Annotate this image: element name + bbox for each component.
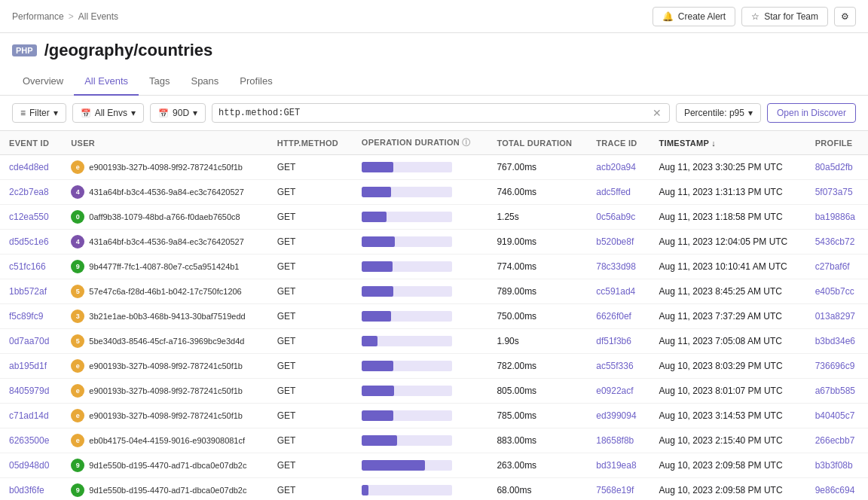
tab-tags[interactable]: Tags <box>139 68 180 96</box>
tab-bar: Overview All Events Tags Spans Profiles <box>0 68 868 96</box>
profile-link[interactable]: 5436cb72 <box>815 236 855 247</box>
bell-icon: 🔔 <box>662 11 674 22</box>
profile-link[interactable]: ba19886a <box>815 212 855 222</box>
trace-id-link[interactable]: e0922acf <box>596 386 633 396</box>
profile-link[interactable]: 736696c9 <box>815 361 855 371</box>
event-id-link[interactable]: 8405979d <box>9 386 49 396</box>
profile-link[interactable]: a67bb585 <box>815 386 855 396</box>
col-trace-id: TRACE ID <box>587 131 649 155</box>
cell-event-id: 8405979d <box>0 379 62 404</box>
profile-link[interactable]: 5f073a75 <box>815 187 853 197</box>
duration-bar-fill <box>362 286 393 297</box>
avatar: 9 <box>71 459 84 472</box>
page-title: /geography/countries <box>44 41 213 60</box>
event-id-link[interactable]: 2c2b7ea8 <box>9 187 49 197</box>
http-method-value: GET <box>277 212 296 222</box>
cell-event-id: 1bb572af <box>0 279 62 304</box>
filter-button[interactable]: ≡ Filter ▾ <box>12 103 66 123</box>
profile-link[interactable]: b3b3f08b <box>815 460 853 471</box>
tab-profiles[interactable]: Profiles <box>229 68 283 96</box>
trace-id-link[interactable]: acb20a94 <box>596 162 636 172</box>
tab-spans[interactable]: Spans <box>180 68 229 96</box>
cell-operation-duration <box>353 428 488 453</box>
trace-id-link[interactable]: 0c56ab9c <box>596 212 635 222</box>
event-id-link[interactable]: 6263500e <box>9 435 49 446</box>
http-method-value: GET <box>277 261 296 272</box>
avatar: 0 <box>71 210 84 224</box>
envs-button[interactable]: 📅 All Envs ▾ <box>72 103 144 123</box>
trace-id-link[interactable]: adc5ffed <box>596 187 631 197</box>
breadcrumb-performance[interactable]: Performance <box>12 11 64 22</box>
event-id-link[interactable]: 0d7aa70d <box>9 336 49 346</box>
event-id-link[interactable]: 1bb572af <box>9 286 47 297</box>
profile-link[interactable]: b40405c7 <box>815 410 855 421</box>
tab-overview[interactable]: Overview <box>12 68 74 96</box>
cell-trace-id: acb20a94 <box>587 155 649 180</box>
cell-timestamp: Aug 11, 2023 10:10:41 AM UTC <box>650 255 806 279</box>
tab-all-events[interactable]: All Events <box>74 68 139 96</box>
duration-bar-fill <box>362 162 393 172</box>
event-id-link[interactable]: d5d5c1e6 <box>9 236 49 247</box>
event-id-link[interactable]: b0d3f6fe <box>9 485 44 495</box>
cell-timestamp: Aug 11, 2023 3:30:25 PM UTC <box>650 155 806 180</box>
gear-icon: ⚙ <box>841 11 849 22</box>
profile-link[interactable]: e405b7cc <box>815 286 854 297</box>
search-clear-icon[interactable]: ✕ <box>651 107 663 119</box>
table-header-row: EVENT ID USER HTTP.METHOD OPERATION DURA… <box>0 131 868 155</box>
event-id-link[interactable]: cde4d8ed <box>9 162 49 172</box>
col-operation-duration: OPERATION DURATION ⓘ <box>353 131 488 155</box>
settings-button[interactable]: ⚙ <box>834 7 856 26</box>
event-id-link[interactable]: 05d948d0 <box>9 460 49 471</box>
duration-bar-container <box>362 361 452 371</box>
cell-http-method: GET <box>268 379 353 404</box>
profile-link[interactable]: 266ecbb7 <box>815 435 855 446</box>
profile-link[interactable]: 80a5d2fb <box>815 162 853 172</box>
event-id-link[interactable]: c51fc166 <box>9 261 46 272</box>
top-bar: Performance > All Events 🔔 Create Alert … <box>0 0 868 33</box>
cell-operation-duration <box>353 453 488 478</box>
event-id-link[interactable]: f5c89fc9 <box>9 311 43 322</box>
trace-id-link[interactable]: ac55f336 <box>596 361 633 371</box>
cell-timestamp: Aug 10, 2023 8:03:29 PM UTC <box>650 354 806 379</box>
star-button[interactable]: ☆ Star for Team <box>741 7 828 26</box>
trace-id-link[interactable]: b520be8f <box>596 236 634 247</box>
trace-id-link[interactable]: 6626f0ef <box>596 311 631 322</box>
trace-id-link[interactable]: cc591ad4 <box>596 286 635 297</box>
col-total-duration: TOTAL DURATION <box>487 131 587 155</box>
open-in-discover-button[interactable]: Open in Discover <box>767 103 856 123</box>
event-id-link[interactable]: c71ad14d <box>9 410 49 421</box>
create-alert-button[interactable]: 🔔 Create Alert <box>653 7 735 26</box>
cell-total-duration: 746.00ms <box>487 180 587 205</box>
percentile-button[interactable]: Percentile: p95 ▾ <box>676 103 761 123</box>
cell-user: 3 3b21e1ae-b0b3-468b-9413-30baf7519edd <box>62 304 267 329</box>
search-input[interactable] <box>219 108 651 118</box>
cell-timestamp: Aug 11, 2023 7:37:29 AM UTC <box>650 304 806 329</box>
duration-button[interactable]: 📅 90D ▾ <box>150 103 206 123</box>
event-id-link[interactable]: ab195d1f <box>9 361 47 371</box>
table-row: c51fc166 9 9b4477ff-7fc1-4087-80e7-cc5a9… <box>0 255 868 279</box>
trace-id-link[interactable]: df51f3b6 <box>596 336 631 346</box>
avatar: e <box>71 409 84 422</box>
cell-http-method: GET <box>268 453 353 478</box>
trace-id-link[interactable]: 7568e19f <box>596 485 634 495</box>
total-duration-value: 883.00ms <box>497 435 536 446</box>
user-id: 5be340d3-8546-45cf-a716-3969bc9e3d4d <box>89 337 244 346</box>
cell-total-duration: 263.00ms <box>487 453 587 478</box>
trace-id-link[interactable]: ed399094 <box>596 410 636 421</box>
trace-id-link[interactable]: 78c33d98 <box>596 261 636 272</box>
table-row: ab195d1f e e900193b-327b-4098-9f92-78724… <box>0 354 868 379</box>
event-id-link[interactable]: c12ea550 <box>9 212 49 222</box>
cell-timestamp: Aug 10, 2023 2:09:58 PM UTC <box>650 478 806 501</box>
total-duration-value: 1.25s <box>497 212 518 222</box>
profile-link[interactable]: 013a8297 <box>815 311 855 322</box>
total-duration-value: 805.00ms <box>497 386 536 396</box>
cell-user: 5 5be340d3-8546-45cf-a716-3969bc9e3d4d <box>62 329 267 354</box>
trace-id-link[interactable]: 18658f8b <box>596 435 634 446</box>
col-timestamp[interactable]: TIMESTAMP ↓ <box>650 131 806 155</box>
profile-link[interactable]: c27baf6f <box>815 261 850 272</box>
table-row: 6263500e e eb0b4175-04e4-4159-9016-e9039… <box>0 428 868 453</box>
profile-link[interactable]: b3bd34e6 <box>815 336 855 346</box>
profile-link[interactable]: 9e86c694 <box>815 485 855 495</box>
trace-id-link[interactable]: bd319ea8 <box>596 460 636 471</box>
cell-timestamp: Aug 10, 2023 8:01:07 PM UTC <box>650 379 806 404</box>
